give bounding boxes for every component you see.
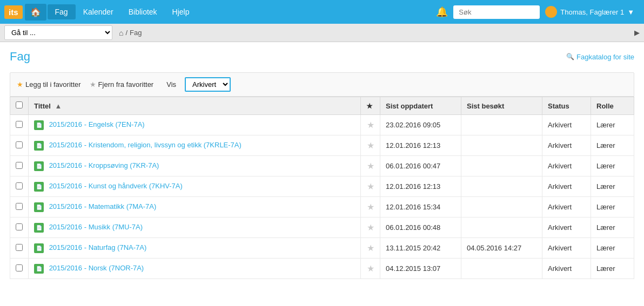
row-role: Lærer [591,197,634,217]
star-icon[interactable]: ★ [367,223,374,232]
row-star-cell[interactable]: ★ [361,135,380,156]
remove-favorite-button[interactable]: ★ Fjern fra favoritter [90,80,154,89]
course-link[interactable]: 2015/2016 - Engelsk (7EN-7A) [49,120,145,128]
row-updated: 06.01.2016 00:48 [380,217,461,238]
nav-bibliotek[interactable]: Bibliotek [121,4,165,19]
course-icon: 📄 [34,264,44,274]
course-link[interactable]: 2015/2016 - Kristendom, religion, livssy… [49,141,242,149]
user-dropdown-icon: ▼ [627,8,634,16]
breadcrumb-current: Fag [130,29,142,37]
table-row: 📄 2015/2016 - Kroppsøving (7KR-7A) ★ 06.… [10,156,634,176]
th-updated: Sist oppdatert [380,97,461,115]
row-checkbox[interactable] [16,121,23,128]
row-visited: 04.05.2016 14:27 [461,238,542,259]
row-updated: 23.02.2016 09:05 [380,115,461,135]
table-row: 📄 2015/2016 - Matematikk (7MA-7A) ★ 12.0… [10,197,634,217]
breadcrumb-bar: Gå til ... ⌂ / Fag ▶ [0,24,644,42]
course-icon: 📄 [34,243,44,253]
row-role: Lærer [591,135,634,156]
star-icon[interactable]: ★ [367,120,374,130]
page-header: Fag Fagkatalog for site [0,42,644,67]
row-title-cell: 📄 2015/2016 - Musikk (7MU-7A) [29,217,361,238]
user-avatar [545,6,557,18]
row-visited [461,259,542,279]
nav-fag[interactable]: Fag [48,4,76,19]
row-updated: 12.01.2016 12:13 [380,135,461,156]
star-icon[interactable]: ★ [367,182,374,191]
row-checkbox[interactable] [16,182,23,189]
row-checkbox-cell [10,135,29,156]
fagkatalog-link[interactable]: Fagkatalog for site [566,53,634,61]
row-checkbox[interactable] [16,203,23,210]
row-role: Lærer [591,176,634,197]
th-star: ★ [361,97,380,115]
scroll-right-icon[interactable]: ▶ [634,29,640,37]
row-star-cell[interactable]: ★ [361,156,380,176]
row-status: Arkivert [542,259,591,279]
select-all-checkbox[interactable] [16,101,23,108]
row-role: Lærer [591,156,634,176]
row-visited [461,115,542,135]
row-checkbox[interactable] [16,141,23,148]
row-star-cell[interactable]: ★ [361,259,380,279]
star-icon[interactable]: ★ [367,243,374,253]
user-name: Thomas, Faglærer 1 [560,8,624,16]
star-icon[interactable]: ★ [367,161,374,171]
row-visited [461,156,542,176]
home-button[interactable]: 🏠 [25,4,46,21]
row-updated: 06.01.2016 00:47 [380,156,461,176]
row-visited [461,135,542,156]
star-icon[interactable]: ★ [367,202,374,212]
nav-hjelp[interactable]: Hjelp [165,4,197,19]
table-row: 📄 2015/2016 - Kunst og håndverk (7KHV-7A… [10,176,634,197]
sort-arrow-icon: ▲ [55,102,62,110]
row-visited [461,217,542,238]
row-checkbox-cell [10,115,29,135]
row-role: Lærer [591,115,634,135]
star-icon[interactable]: ★ [367,264,374,273]
row-updated: 12.01.2016 12:13 [380,176,461,197]
row-title-cell: 📄 2015/2016 - Engelsk (7EN-7A) [29,115,361,135]
course-link[interactable]: 2015/2016 - Naturfag (7NA-7A) [49,243,147,251]
course-link[interactable]: 2015/2016 - Matematikk (7MA-7A) [49,202,157,210]
search-input[interactable] [453,5,540,19]
table-row: 📄 2015/2016 - Norsk (7NOR-7A) ★ 04.12.20… [10,259,634,279]
course-icon: 📄 [34,120,44,130]
row-checkbox[interactable] [16,162,23,169]
row-updated: 12.01.2016 15:34 [380,197,461,217]
row-star-cell[interactable]: ★ [361,115,380,135]
row-role: Lærer [591,238,634,259]
row-star-cell[interactable]: ★ [361,238,380,259]
row-title-cell: 📄 2015/2016 - Kristendom, religion, livs… [29,135,361,156]
row-star-cell[interactable]: ★ [361,217,380,238]
course-icon: 📄 [34,202,44,212]
nav-kalender[interactable]: Kalender [76,4,121,19]
star-yellow-icon: ★ [17,80,23,89]
table-row: 📄 2015/2016 - Musikk (7MU-7A) ★ 06.01.20… [10,217,634,238]
user-menu[interactable]: Thomas, Faglærer 1 ▼ [540,6,640,18]
vis-select[interactable]: Aktiv Arkivert Alle [185,77,231,92]
course-link[interactable]: 2015/2016 - Kroppsøving (7KR-7A) [49,161,159,169]
row-checkbox[interactable] [16,223,23,230]
row-updated: 13.11.2015 20:42 [380,238,461,259]
star-icon[interactable]: ★ [367,141,374,150]
th-checkbox [10,97,29,115]
goto-select[interactable]: Gå til ... [4,25,112,40]
th-title[interactable]: Tittel ▲ [29,97,361,115]
row-checkbox[interactable] [16,264,23,271]
row-star-cell[interactable]: ★ [361,176,380,197]
row-status: Arkivert [542,176,591,197]
notification-bell[interactable]: 🔔 [431,6,453,18]
row-checkbox-cell [10,197,29,217]
table-row: 📄 2015/2016 - Naturfag (7NA-7A) ★ 13.11.… [10,238,634,259]
row-checkbox-cell [10,156,29,176]
course-link[interactable]: 2015/2016 - Kunst og håndverk (7KHV-7A) [49,182,183,190]
course-link[interactable]: 2015/2016 - Norsk (7NOR-7A) [49,264,144,272]
th-visited: Sist besøkt [461,97,542,115]
course-icon: 📄 [34,182,44,192]
course-link[interactable]: 2015/2016 - Musikk (7MU-7A) [49,223,143,231]
row-checkbox[interactable] [16,244,23,251]
breadcrumb-home-icon[interactable]: ⌂ [119,29,123,37]
add-favorite-button[interactable]: ★ Legg til i favoritter [17,80,81,89]
row-star-cell[interactable]: ★ [361,197,380,217]
